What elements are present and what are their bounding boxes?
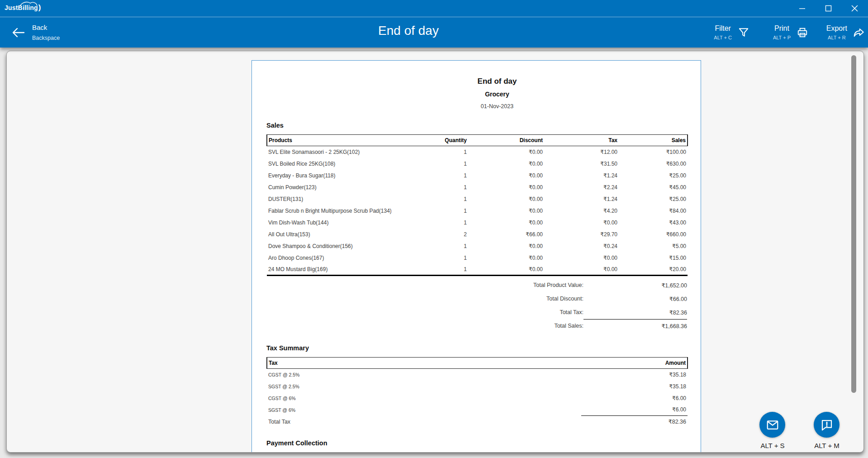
table-cell: ₹1.24 — [544, 193, 619, 205]
vertical-scrollbar-thumb[interactable] — [851, 55, 856, 393]
payment-collection-table: Payment Modes Amount — [266, 452, 688, 453]
table-cell: 1 — [391, 264, 468, 276]
export-text: Export ALT + R — [826, 24, 847, 41]
maximize-button[interactable] — [820, 1, 836, 16]
table-cell: ₹0.24 — [544, 240, 619, 252]
table-cell: ₹0.00 — [468, 146, 544, 158]
column-header-quantity: Quantity — [391, 135, 468, 146]
table-cell: ₹0.00 — [544, 264, 619, 276]
table-cell: 1 — [391, 240, 468, 252]
tax-table-header-row: Tax Amount — [267, 358, 688, 369]
printer-icon — [797, 27, 808, 38]
table-cell: SGST @ 2.5% — [267, 381, 581, 392]
table-cell: ₹2.24 — [544, 181, 619, 193]
report-store-name: Grocery — [273, 91, 721, 98]
close-button[interactable] — [846, 1, 863, 16]
sales-section-heading: Sales — [266, 122, 701, 129]
filter-text: Filter ALT + C — [714, 24, 732, 41]
export-button[interactable]: Export ALT + R — [826, 17, 865, 48]
total-product-value-row: Total Product Value: ₹1,652.00 — [266, 278, 687, 292]
table-cell: Aro Dhoop Cones(167) — [267, 252, 391, 264]
table-cell: SVL Boiled Rice 25KG(108) — [267, 158, 391, 170]
sales-table-row: Aro Dhoop Cones(167)1₹0.00₹0.00₹15.00 — [267, 252, 688, 264]
table-cell: Total Tax — [267, 416, 581, 428]
table-cell: ₹0.00 — [468, 170, 544, 181]
table-cell: ₹31.50 — [544, 158, 619, 170]
filter-label: Filter — [715, 24, 731, 33]
table-cell: CGST @ 6% — [267, 392, 581, 404]
print-button[interactable]: Print ALT + P — [773, 17, 808, 48]
table-cell: SGST @ 6% — [267, 404, 581, 416]
table-cell: ₹0.00 — [468, 181, 544, 193]
table-cell: ₹0.00 — [468, 264, 544, 276]
app-logo: JustBilling ) — [5, 4, 41, 11]
filter-shortcut: ALT + C — [714, 35, 732, 41]
table-cell: ₹0.00 — [468, 240, 544, 252]
table-cell: ₹43.00 — [619, 217, 688, 229]
sales-table-row: Dove Shampoo & Conditioner(156)1₹0.00₹0.… — [267, 240, 688, 252]
table-cell: Everyday - Bura Sugar(118) — [267, 170, 391, 181]
table-cell: 1 — [391, 146, 468, 158]
minimize-button[interactable] — [794, 1, 810, 16]
sales-table-row: Cumin Powder(123)1₹0.00₹2.24₹45.00 — [267, 181, 688, 193]
appbar: Back Backspace End of day Filter ALT + C… — [0, 17, 868, 48]
table-cell: SVL Elite Sonamasoori - 2 25KG(102) — [267, 146, 391, 158]
tax-table-row: CGST @ 2.5%₹35.18 — [267, 369, 688, 381]
table-cell: 1 — [391, 158, 468, 170]
table-cell: ₹6.00 — [581, 404, 688, 416]
sales-table-row: All Out Ultra(153)2₹66.00₹29.70₹660.00 — [267, 229, 688, 240]
justbilling-window: { "colors": { "accent": "#0071bc", "page… — [0, 0, 868, 458]
payment-table-header-row: Payment Modes Amount — [267, 453, 688, 453]
export-shortcut: ALT + R — [828, 35, 846, 41]
table-cell: ₹29.70 — [544, 229, 619, 240]
total-sales-row: Total Sales: ₹1,668.36 — [266, 319, 687, 333]
back-label: Back — [32, 24, 60, 32]
column-header-tax: Tax — [544, 135, 619, 146]
share-icon — [853, 27, 865, 38]
report-viewer-card: End of day Grocery 01-Nov-2023 Sales Pro… — [6, 51, 864, 453]
email-icon — [766, 418, 779, 432]
close-icon — [851, 5, 859, 12]
table-cell: ₹630.00 — [619, 158, 688, 170]
titlebar: JustBilling ) — [0, 0, 868, 17]
titlebar-separator — [0, 17, 868, 17]
filter-button[interactable]: Filter ALT + C — [714, 17, 749, 48]
table-cell: ₹0.00 — [468, 217, 544, 229]
table-cell: 1 — [391, 193, 468, 205]
table-cell: ₹0.00 — [468, 205, 544, 217]
table-cell: All Out Ultra(153) — [267, 229, 391, 240]
back-shortcut: Backspace — [32, 35, 60, 42]
sales-table-row: SVL Boiled Rice 25KG(108)1₹0.00₹31.50₹63… — [267, 158, 688, 170]
cloud-icon — [19, 1, 39, 7]
message-feedback-icon — [820, 418, 834, 432]
table-cell: Cumin Powder(123) — [267, 181, 391, 193]
table-cell: ₹35.18 — [581, 369, 688, 381]
table-cell: ₹5.00 — [619, 240, 688, 252]
table-cell: 1 — [391, 205, 468, 217]
send-email-shortcut: ALT + S — [750, 442, 795, 449]
back-button[interactable]: Back Backspace — [12, 17, 60, 48]
table-cell: ₹0.00 — [468, 252, 544, 264]
column-header-discount: Discount — [468, 135, 544, 146]
report-header: End of day Grocery 01-Nov-2023 — [273, 77, 721, 110]
print-label: Print — [774, 24, 789, 33]
payment-collection-section-heading: Payment Collection — [266, 439, 701, 447]
table-cell: ₹100.00 — [619, 146, 688, 158]
back-text: Back Backspace — [32, 24, 60, 42]
table-cell: ₹82.36 — [581, 416, 688, 428]
column-header-products: Products — [267, 135, 391, 146]
sales-table-row: 24 MO Mustard Big(169)1₹0.00₹0.00₹20.00 — [267, 264, 688, 276]
table-cell: Fablar Scrub n Bright Multipurpose Scrub… — [267, 205, 391, 217]
column-header-tax-name: Tax — [267, 358, 581, 369]
send-email-button[interactable] — [759, 412, 785, 438]
tax-table-row: SGST @ 6%₹6.00 — [267, 404, 688, 416]
total-label: Total Product Value: — [533, 278, 583, 292]
total-value: ₹66.00 — [583, 292, 687, 305]
table-cell: ₹25.00 — [619, 193, 688, 205]
table-cell: 1 — [391, 181, 468, 193]
total-label: Total Tax: — [560, 305, 583, 319]
sales-table-row: Fablar Scrub n Bright Multipurpose Scrub… — [267, 205, 688, 217]
send-message-button[interactable] — [814, 412, 840, 438]
workspace: End of day Grocery 01-Nov-2023 Sales Pro… — [0, 48, 868, 458]
total-discount-row: Total Discount: ₹66.00 — [266, 292, 687, 305]
